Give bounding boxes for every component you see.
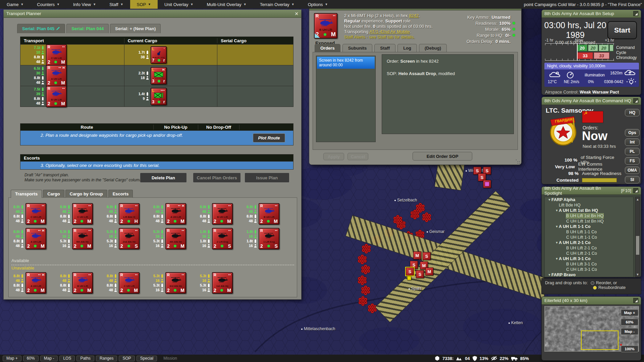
tab-debug[interactable]: (Debug) xyxy=(419,44,447,52)
unit-chip[interactable]: 5.3t 16 5.3t 16 R•• 3rd Atk He 2M xyxy=(153,272,200,294)
side-button-pl[interactable]: PL xyxy=(625,148,640,155)
unit-chip[interactable]: 8.8t 48 8.8t 48 R•• C UH Lift 2M xyxy=(60,203,107,225)
edit-order-sop-button[interactable]: Edit Order SOP xyxy=(413,152,472,161)
minimap-viewport[interactable] xyxy=(581,330,619,350)
tree-item-lift-bde-hq[interactable]: Lift Bde HQ xyxy=(545,202,633,208)
menu-unit-overlay[interactable]: Unit Overlay▼ xyxy=(158,0,200,9)
delete-plan-button[interactable]: Delete Plan xyxy=(140,173,187,183)
unit-counter[interactable]: R•• H A UH Lift 2M xyxy=(25,228,46,249)
tab-subunits[interactable]: Subunits xyxy=(342,44,373,52)
serial-cargo-cell[interactable] xyxy=(217,45,293,65)
unit-chip[interactable]: 1.8t 16 1.8t 16 R•• 1 Lift Eng 2S xyxy=(247,228,293,249)
cargo-counter[interactable]: L' Arty/1-42n 7r xyxy=(151,46,167,64)
transported-unit-link[interactable]: AT/1-42nd Air Mobile xyxy=(369,29,410,34)
unit-counter[interactable]: R•• C UH Lift 2M xyxy=(46,44,67,66)
unit-chip[interactable]: 7.1t 10 8.8t 48 R•• C UH Lift 2M xyxy=(34,44,67,66)
map-unit-counter[interactable] xyxy=(407,276,411,280)
unit-counter[interactable]: R•• B UH Lift 2M xyxy=(72,272,93,294)
unit-tree[interactable]: ▼FARP AlphaLift Bde HQ▼A UH Lift 1st Bn … xyxy=(544,197,634,277)
tree-item-a-uh-lift-2-1-co[interactable]: ▼A UH Lift 2-1 Co xyxy=(545,240,633,245)
tree-item-b-uh-lift-3-1-co[interactable]: B UH Lift 3-1 Co xyxy=(545,261,633,267)
cancel-button[interactable]: Cancel xyxy=(347,153,368,160)
command-panel-header[interactable]: 8th Gds Army Air Assault Bn Command HQ xyxy=(542,97,641,105)
cargo-chip[interactable]: 1.4t 9 L••• AT/1-42nd 3r xyxy=(139,88,167,105)
unit-chip[interactable]: 1.8t 16 1.8t 16 R•• 2 Lift Eng 2S xyxy=(200,228,247,249)
tree-item-b-uh-lift-2-1-co[interactable]: B UH Lift 2-1 Co xyxy=(545,245,633,251)
unit-chip[interactable]: R•• B UH Lift 2M xyxy=(314,13,337,39)
statusbar-map-button[interactable]: Map + xyxy=(3,356,21,361)
transport-row[interactable]: 7.5t 39 8.8t 48 R•• B UH Lift 2M 1.4t 9 … xyxy=(20,86,293,107)
unit-counter[interactable]: R•• B UH Lift 2M xyxy=(212,203,233,225)
order-list[interactable]: Screen in hex 8242 from around 00:00 xyxy=(316,56,376,142)
minimap-map-button[interactable]: Map - xyxy=(621,328,638,335)
setup-panel-header[interactable]: 8th Gds Army Air Assault Bn Setup xyxy=(542,10,641,18)
unit-counter[interactable]: R•• 3rd Atk He 2M xyxy=(165,272,186,294)
statusbar-paths-button[interactable]: Paths xyxy=(76,356,94,361)
map-unit-counter[interactable]: S xyxy=(423,252,431,260)
menu-options[interactable]: Options▼ xyxy=(301,0,335,9)
unit-counter[interactable]: R•• C UH Lift 2M xyxy=(119,272,140,294)
unit-counter[interactable]: R•• Lift Bde H 2H xyxy=(119,203,140,225)
minimap-60-button[interactable]: 60% xyxy=(621,319,638,325)
scroll-up-icon[interactable]: ▲ xyxy=(636,197,640,202)
side-button-int[interactable]: Int xyxy=(625,138,640,146)
unit-chip[interactable]: 8.8t 48 8.8t 48 R•• C UH Lift 2M xyxy=(107,272,153,294)
pool-tab-escorts[interactable]: Escorts xyxy=(108,190,133,198)
panel-toggle-icon[interactable] xyxy=(633,98,638,103)
tree-item-farp-bravo[interactable]: ▼FARP Bravo xyxy=(545,272,633,277)
unit-chip[interactable]: 5.3t 16 5.3t 16 R•• 1st Atk He 2M xyxy=(200,272,247,294)
transport-cell[interactable]: 7.1t 10 8.8t 48 R•• C UH Lift 2M xyxy=(20,45,124,65)
tab-orders[interactable]: Orders xyxy=(315,44,340,52)
unit-chip[interactable]: 7.5t 39 8.8t 48 R•• B UH Lift 2M xyxy=(34,86,67,107)
tree-item-b-uh-lift-1st-bn-hq[interactable]: B UH Lift 1st Bn HQ xyxy=(545,213,633,219)
cargo-counter[interactable]: LH 1-42nd Air 3r xyxy=(151,67,167,84)
statusbar-special-button[interactable]: Special xyxy=(137,356,157,361)
map-unit-counter[interactable]: S xyxy=(406,267,414,276)
unit-chip[interactable]: 6.5t 30 8.8t 48 R•• H A UH Lift 2M xyxy=(34,65,67,86)
tree-item-a-uh-lift-1-1-co[interactable]: ▼A UH Lift 1-1 Co xyxy=(545,224,633,229)
current-cargo-cell[interactable]: 1.7t 38 L' Arty/1-42n 7r xyxy=(124,45,217,65)
tree-item-c-uh-lift-1-1-co[interactable]: C UH Lift 1-1 Co xyxy=(545,235,633,240)
resubordinate-radio[interactable] xyxy=(593,286,597,290)
unit-chip[interactable]: 5.3t 16 5.3t 16 R•• 2nd Atk He 2S xyxy=(107,228,153,249)
statusbar-sop-button[interactable]: SOP xyxy=(119,356,135,361)
serial-tab-serial-plan-044[interactable]: Serial: Plan 044 xyxy=(66,24,109,33)
panel-toggle-icon[interactable] xyxy=(633,11,638,16)
unit-counter[interactable]: R•• H A UH Lift 2M xyxy=(46,65,67,86)
transport-planner-titlebar[interactable]: Transport Planner ✕ xyxy=(4,10,301,18)
side-button-ops[interactable]: Ops xyxy=(625,129,640,136)
unit-counter[interactable]: R•• 1st Atk He 2M xyxy=(212,272,233,294)
statusbar-ranges-button[interactable]: Ranges xyxy=(96,356,117,361)
unit-chip[interactable]: 5.3t 16 5.3t 16 R•• 4th Atk He 2M xyxy=(153,228,200,249)
serial-cargo-cell[interactable] xyxy=(217,86,293,107)
unit-counter[interactable]: R•• 2nd Atk He 2S xyxy=(119,228,140,249)
minimap-map-button[interactable]: Map + xyxy=(621,309,638,316)
side-button-hq[interactable]: HQ xyxy=(625,109,640,116)
reorder-radio[interactable] xyxy=(591,281,594,285)
transport-cell[interactable]: 7.5t 39 8.8t 48 R•• B UH Lift 2M xyxy=(20,86,124,107)
start-button[interactable]: Start xyxy=(607,21,637,39)
cancel-plan-orders-button[interactable]: Cancel Plan Orders xyxy=(193,173,241,183)
menu-counters[interactable]: Counters▼ xyxy=(30,0,66,9)
map-unit-counter[interactable]: M xyxy=(425,267,433,276)
unit-chip[interactable]: 8.8t 48 8.8t 48 R•• B UH Lift 2M xyxy=(200,203,247,225)
statusbar-map-button[interactable]: Map - xyxy=(40,356,58,361)
unit-counter[interactable]: R•• 5th Atk He 2M xyxy=(72,228,93,249)
menu-sop[interactable]: SOP▼ xyxy=(130,0,158,9)
statusbar-los-button[interactable]: LOS xyxy=(59,356,75,361)
tree-item-a-uh-lift-3-1-co[interactable]: ▼A UH Lift 3-1 Co xyxy=(545,256,633,261)
unit-counter[interactable]: R•• 1 Lift Eng 2S xyxy=(259,228,279,249)
close-icon[interactable]: ✕ xyxy=(294,11,299,16)
pool-tab-transports[interactable]: Transports xyxy=(11,190,42,198)
menu-multi-unit-overlay[interactable]: Multi-Unit Overlay▼ xyxy=(200,0,253,9)
serial-tab-serial-plan-045[interactable]: Serial: Plan 045 xyxy=(17,24,65,33)
side-button-fs[interactable]: FS xyxy=(625,157,640,165)
hex-link[interactable]: 8242 xyxy=(409,13,419,18)
minimap-panel-header[interactable]: Eiterfeld (40 x 30 km) xyxy=(542,297,641,305)
tree-item-c-uh-lift-2-1-co[interactable]: C UH Lift 2-1 Co xyxy=(545,251,633,256)
pool-tab-cargo-by-group[interactable]: Cargo by Group xyxy=(65,190,107,198)
transport-row[interactable]: 7.1t 10 8.8t 48 R•• C UH Lift 2M 1.7t 38… xyxy=(20,44,293,65)
scroll-down-icon[interactable]: ▼ xyxy=(636,272,640,277)
resize-grip[interactable] xyxy=(515,159,520,164)
menu-info-view[interactable]: Info View▼ xyxy=(66,0,103,9)
